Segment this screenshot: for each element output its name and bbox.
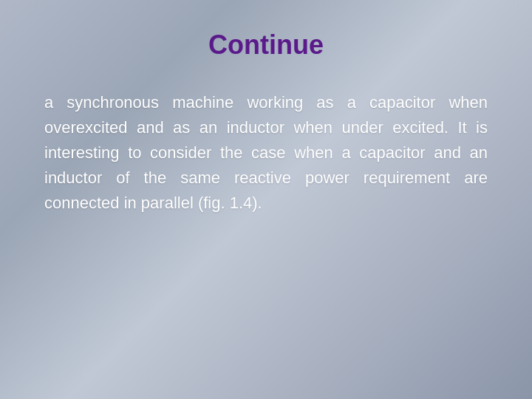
slide-body-text: a synchronous machine working as a capac…	[44, 90, 488, 216]
slide-background: Continue a synchronous machine working a…	[0, 0, 532, 399]
slide-title: Continue	[208, 30, 324, 61]
